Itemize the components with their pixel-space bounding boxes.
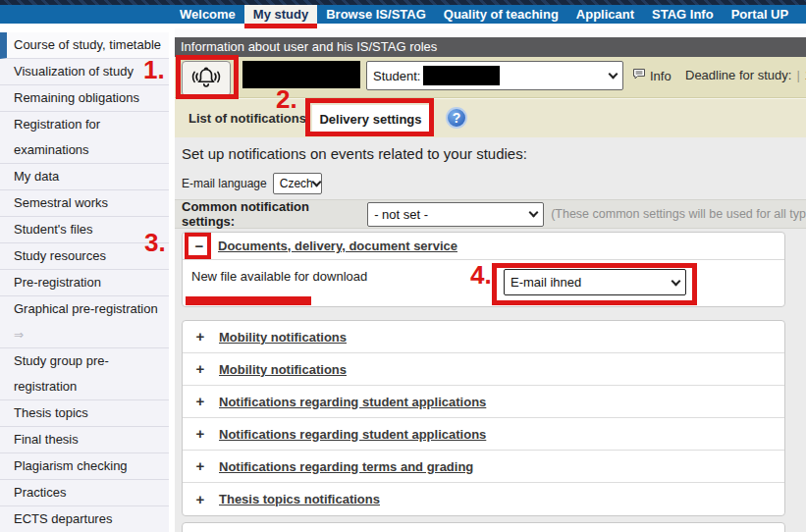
email-language-label: E-mail language	[182, 177, 267, 190]
info-link-label: Info	[650, 69, 672, 83]
section-mobility-1: + Mobility notifications	[183, 321, 784, 353]
expand-plus-icon[interactable]: +	[192, 361, 208, 377]
notification-tabs: List of notifications Delivery settings …	[175, 98, 806, 137]
sidebar-item-registration-for-examinations[interactable]: Registration for examinations	[0, 112, 169, 164]
sidebar-item-study-resources[interactable]: Study resources	[0, 243, 169, 270]
external-link-icon: ⇒	[14, 328, 24, 342]
chevron-down-icon	[672, 276, 681, 286]
section-title-link[interactable]: Thesis topics notifications	[219, 492, 380, 506]
deadline-for-study: Deadline for study:|1. 9	[685, 68, 806, 82]
sidebar-item-label: Final thesis	[14, 432, 79, 447]
chevron-down-icon	[311, 178, 321, 187]
sidebar-item-label: Pre-registration	[14, 275, 101, 290]
nav-tab-browse-isstag[interactable]: Browse IS/STAG	[317, 5, 435, 24]
sidebar-item-label: Graphical pre-registration	[14, 301, 158, 316]
event-delivery-value: E-mail ihned	[510, 275, 581, 290]
nav-tab-portal-up[interactable]: Portal UP	[723, 5, 798, 24]
collapse-minus-icon[interactable]: −	[191, 239, 207, 254]
common-settings-select[interactable]: - not set -	[367, 202, 544, 227]
nav-tab-welcome[interactable]: Welcome	[171, 5, 244, 24]
expand-plus-icon[interactable]: +	[192, 492, 208, 507]
deadline-separator: |	[791, 68, 804, 82]
help-icon[interactable]: ?	[446, 107, 467, 129]
collapsed-sections-card: + Mobility notifications + Mobility noti…	[182, 320, 785, 516]
sidebar-item-label: Thesis topics	[14, 405, 88, 420]
common-settings-hint: (These common settings will be used for …	[551, 207, 806, 221]
isstag-portal-screen: Welcome My study Browse IS/STAG Quality …	[0, 0, 806, 532]
chevron-down-icon	[609, 70, 618, 80]
deadline-label: Deadline for study:	[685, 68, 791, 82]
section-title-link[interactable]: Notifications regarding student applicat…	[219, 427, 486, 442]
expand-plus-icon[interactable]: +	[192, 394, 208, 409]
sidebar-menu: Course of study, timetable Visualization…	[0, 32, 169, 532]
email-language-select[interactable]: Czech	[273, 173, 322, 194]
intro-text: Set up notifications on events related t…	[182, 145, 527, 162]
expand-plus-icon[interactable]: +	[192, 458, 208, 474]
event-label: New file available for download	[191, 269, 367, 284]
section-mobility-2: + Mobility notifications	[183, 353, 784, 386]
sidebar-item-practices[interactable]: Practices	[0, 480, 169, 506]
section-thesis-topics: + Thesis topics notifications	[183, 483, 784, 515]
event-delivery-select[interactable]: E-mail ihned	[504, 269, 686, 295]
sidebar-item-study-group-pre-registration[interactable]: Study group pre-registration	[0, 348, 169, 400]
tab-delivery-settings[interactable]: Delivery settings	[312, 105, 429, 133]
sidebar-item-my-data[interactable]: My data	[0, 164, 169, 190]
sidebar-item-label: Remaining obligations	[14, 90, 139, 105]
notifications-bell-button[interactable]	[182, 61, 231, 96]
sidebar-item-label: My data	[14, 169, 59, 184]
sidebar-item-remaining-obligations[interactable]: Remaining obligations	[0, 85, 169, 112]
sidebar-item-label: Semestral works	[14, 195, 108, 210]
role-select[interactable]: Student:	[366, 61, 623, 90]
sidebar-item-ects-departures[interactable]: ECTS departures	[0, 506, 169, 532]
sidebar-item-label: Student's files	[14, 222, 93, 237]
documents-section-detail: New file available for download E-mail i…	[183, 260, 784, 306]
section-terms-and-grading: + Notifications regarding terms and grad…	[183, 451, 784, 483]
section-title-link[interactable]: Mobility notifications	[219, 362, 347, 377]
delivery-settings-content: Set up notifications on events related t…	[175, 137, 806, 532]
expand-plus-icon[interactable]: +	[192, 426, 208, 442]
sidebar-item-label: Visualization of study	[14, 64, 134, 79]
chevron-down-icon	[529, 208, 539, 218]
sidebar-item-plagiarism-checking[interactable]: Plagiarism checking	[0, 453, 169, 480]
tab-list-of-notifications[interactable]: List of notifications	[188, 111, 306, 126]
partial-bottom-card	[182, 522, 785, 532]
nav-tab-quality-of-teaching[interactable]: Quality of teaching	[435, 5, 567, 24]
sidebar-item-thesis-topics[interactable]: Thesis topics	[0, 400, 169, 427]
user-info-bar: Information about user and his IS/STAG r…	[175, 37, 806, 57]
user-role-bar: Student: Info Deadline for study:|1. 9	[175, 57, 806, 98]
documents-section-title-link[interactable]: Documents, delivery, document service	[218, 239, 457, 253]
email-language-row: E-mail language Czech	[182, 173, 322, 194]
redacted-study-id	[423, 66, 500, 85]
section-student-applications-2: + Notifications regarding student applic…	[183, 418, 784, 451]
sidebar-item-label: Study resources	[14, 248, 106, 263]
sidebar-item-label: Course of study, timetable	[14, 37, 161, 52]
common-settings-label: Common notification settings:	[182, 199, 358, 229]
nav-tab-stag-info[interactable]: STAG Info	[643, 5, 723, 24]
sidebar-item-course-of-study-timetable[interactable]: Course of study, timetable	[0, 32, 169, 59]
main-navigation: Welcome My study Browse IS/STAG Quality …	[0, 5, 806, 24]
main-panel: Information about user and his IS/STAG r…	[175, 28, 806, 532]
section-title-link[interactable]: Mobility notifications	[219, 330, 347, 345]
email-language-value: Czech	[280, 177, 313, 190]
bell-icon	[189, 64, 223, 93]
redacted-user-name	[242, 61, 360, 88]
sidebar-item-graphical-pre-registration[interactable]: Graphical pre-registration ⇒	[0, 296, 169, 348]
nav-tab-applicant[interactable]: Applicant	[567, 5, 643, 24]
section-title-link[interactable]: Notifications regarding terms and gradin…	[219, 459, 473, 474]
section-student-applications-1: + Notifications regarding student applic…	[183, 386, 784, 418]
nav-tab-my-study[interactable]: My study	[244, 5, 317, 24]
sidebar-item-pre-registration[interactable]: Pre-registration	[0, 270, 169, 296]
sidebar-item-label: ECTS departures	[14, 511, 112, 526]
documents-section-card: − Documents, delivery, document service …	[182, 232, 785, 307]
sidebar-item-label: Registration for examinations	[14, 117, 100, 157]
common-settings-strip: Common notification settings: - not set …	[175, 199, 806, 229]
sidebar-item-final-thesis[interactable]: Final thesis	[0, 427, 169, 453]
sidebar-item-semestral-works[interactable]: Semestral works	[0, 190, 169, 217]
sidebar-item-label: Study group pre-registration	[14, 353, 109, 394]
info-link[interactable]: Info	[632, 68, 672, 83]
sidebar-item-visualization-of-study[interactable]: Visualization of study	[0, 59, 169, 85]
sidebar-item-students-files[interactable]: Student's files	[0, 217, 169, 243]
section-title-link[interactable]: Notifications regarding student applicat…	[219, 395, 486, 409]
expand-plus-icon[interactable]: +	[192, 329, 208, 345]
sidebar-item-label: Practices	[14, 485, 66, 500]
